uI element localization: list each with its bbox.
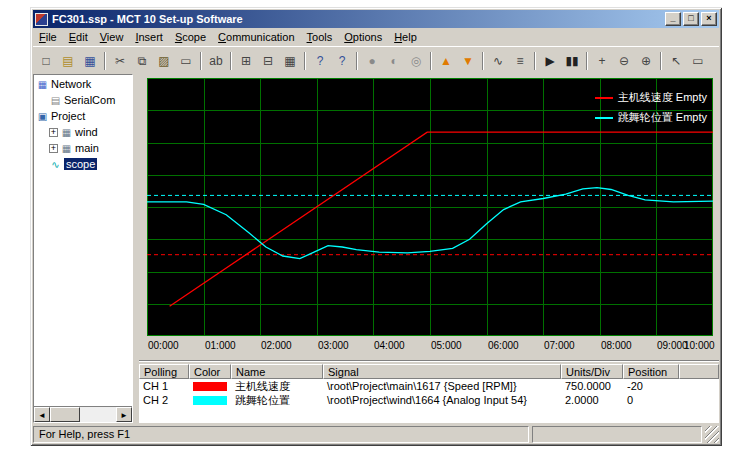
copy-icon: ⧉: [138, 55, 147, 67]
client-area: ▦Network▤SerialCom▣Project+▦wind+▦main∿s…: [33, 74, 719, 423]
read-from-drive-icon: ▲: [440, 55, 452, 67]
open-button[interactable]: ▤: [57, 50, 79, 72]
column-header-name[interactable]: Name: [231, 364, 323, 379]
table-view-button[interactable]: ▦: [279, 50, 301, 72]
cut-button[interactable]: ✂: [109, 50, 131, 72]
network-status-button[interactable]: ◐: [383, 50, 405, 72]
legend-entry: 主机线速度 Empty: [595, 90, 707, 105]
tree-item-serialcom[interactable]: ▤SerialCom: [34, 92, 132, 108]
copy-button[interactable]: ⧉: [131, 50, 153, 72]
menu-item-tools[interactable]: Tools: [301, 29, 339, 45]
tree-view: ▦Network▤SerialCom▣Project+▦wind+▦main∿s…: [34, 76, 132, 406]
scrollbar-thumb[interactable]: [50, 407, 80, 422]
paste-button[interactable]: ▨: [153, 50, 175, 72]
tree-item-project[interactable]: ▣Project: [34, 108, 132, 124]
channel-row[interactable]: CH 2跳舞轮位置\root\Project\wind\1664 {Analog…: [139, 393, 719, 407]
zoom-out-button[interactable]: ⊖: [613, 50, 635, 72]
bus-monitor-button[interactable]: ◎: [405, 50, 427, 72]
menu-item-options[interactable]: Options: [338, 29, 388, 45]
save-button[interactable]: ▦: [79, 50, 101, 72]
start-scope-button[interactable]: ▶: [539, 50, 561, 72]
time-tick-label: 06:000: [488, 340, 524, 351]
registers-button[interactable]: ab: [205, 50, 227, 72]
column-header-unitsdiv[interactable]: Units/Div: [561, 364, 623, 379]
zoom-in-icon: ⊕: [641, 55, 651, 67]
cursor-crosshair-button[interactable]: +: [591, 50, 613, 72]
separator-groove: [139, 360, 719, 362]
tree-item-main[interactable]: +▦main: [34, 140, 132, 156]
toolbar-separator: [304, 52, 306, 70]
maximize-button[interactable]: □: [683, 12, 699, 26]
select-pointer-button[interactable]: ↖: [665, 50, 687, 72]
expander-plus-icon[interactable]: +: [49, 128, 58, 137]
scope-panel: 主机线速度 Empty跳舞轮位置 Empty 00:00001:00002:00…: [139, 74, 719, 423]
menu-item-scope[interactable]: Scope: [169, 29, 212, 45]
cell-position: -20: [623, 379, 679, 393]
toolbar-separator: [200, 52, 202, 70]
menu-item-insert[interactable]: Insert: [129, 29, 169, 45]
toolbar-separator: [104, 52, 106, 70]
legend-line-swatch: [595, 97, 613, 99]
channel-row[interactable]: CH 1主机线速度\root\Project\main\1617 {Speed …: [139, 379, 719, 393]
paste-icon: ▨: [158, 55, 169, 67]
print-icon: ▭: [180, 55, 191, 67]
legend-label: 跳舞轮位置 Empty: [618, 110, 707, 125]
toolbar-separator: [430, 52, 432, 70]
menu-item-help[interactable]: Help: [388, 29, 423, 45]
toolbar: □▤▦✂⧉▨▭ab⊞⊟▦??●◐◎▲▼∿≡▶▮▮+⊖⊕↖▭: [33, 46, 719, 74]
resize-grip[interactable]: [705, 426, 719, 443]
scope-plot[interactable]: 主机线速度 Empty跳舞轮位置 Empty: [147, 78, 713, 336]
scope-wave-icon: ∿: [49, 159, 62, 170]
list-button[interactable]: ≡: [509, 50, 531, 72]
title-bar[interactable]: FC301.ssp - MCT 10 Set-up Software _ □ ×: [33, 10, 719, 28]
new-button[interactable]: □: [35, 50, 57, 72]
connect-button[interactable]: ●: [361, 50, 383, 72]
grid-view-button[interactable]: ⊞: [235, 50, 257, 72]
context-help-icon: ?: [339, 55, 346, 67]
menu-item-edit[interactable]: Edit: [63, 29, 94, 45]
menu-item-view[interactable]: View: [94, 29, 130, 45]
column-header-color[interactable]: Color: [189, 364, 231, 379]
zoom-box-icon: ▭: [692, 55, 703, 67]
tree-item-scope[interactable]: ∿scope: [34, 156, 132, 172]
tree-item-network[interactable]: ▦Network: [34, 76, 132, 92]
menu-item-file[interactable]: File: [33, 29, 63, 45]
channel-color-swatch: [193, 396, 227, 405]
print-button[interactable]: ▭: [175, 50, 197, 72]
tree-item-wind[interactable]: +▦wind: [34, 124, 132, 140]
start-scope-icon: ▶: [545, 55, 554, 67]
scroll-right-button[interactable]: ►: [116, 407, 132, 422]
split-view-button[interactable]: ⊟: [257, 50, 279, 72]
column-header-signal[interactable]: Signal: [323, 364, 561, 379]
zoom-in-button[interactable]: ⊕: [635, 50, 657, 72]
minimize-button[interactable]: _: [665, 12, 681, 26]
time-tick-label: 05:000: [431, 340, 467, 351]
tree-item-label: main: [75, 142, 99, 154]
column-header-position[interactable]: Position: [623, 364, 679, 379]
read-from-drive-button[interactable]: ▲: [435, 50, 457, 72]
zoom-box-button[interactable]: ▭: [687, 50, 709, 72]
signal-button[interactable]: ∿: [487, 50, 509, 72]
cell-color: [189, 396, 231, 405]
write-to-drive-button[interactable]: ▼: [457, 50, 479, 72]
scroll-left-button[interactable]: ◄: [34, 407, 50, 422]
expander-plus-icon[interactable]: +: [49, 144, 58, 153]
cell-name: 主机线速度: [231, 379, 323, 393]
scrollbar-track[interactable]: [50, 407, 116, 422]
drive-icon: ▦: [60, 127, 73, 138]
context-help-button[interactable]: ?: [331, 50, 353, 72]
tree-horizontal-scrollbar[interactable]: ◄ ►: [34, 406, 132, 422]
close-button[interactable]: ×: [701, 12, 717, 26]
write-to-drive-icon: ▼: [462, 55, 474, 67]
menu-item-communication[interactable]: Communication: [212, 29, 300, 45]
time-tick-label: 08:000: [601, 340, 637, 351]
cell-units-div: 750.0000: [561, 379, 623, 393]
column-header-filler: [679, 364, 719, 379]
legend-label: 主机线速度 Empty: [618, 90, 707, 105]
pause-scope-button[interactable]: ▮▮: [561, 50, 583, 72]
drive-icon: ▦: [60, 143, 73, 154]
window-title: FC301.ssp - MCT 10 Set-up Software: [52, 13, 663, 25]
help-button[interactable]: ?: [309, 50, 331, 72]
status-bar: For Help, press F1: [33, 423, 719, 443]
column-header-polling[interactable]: Polling: [139, 364, 189, 379]
